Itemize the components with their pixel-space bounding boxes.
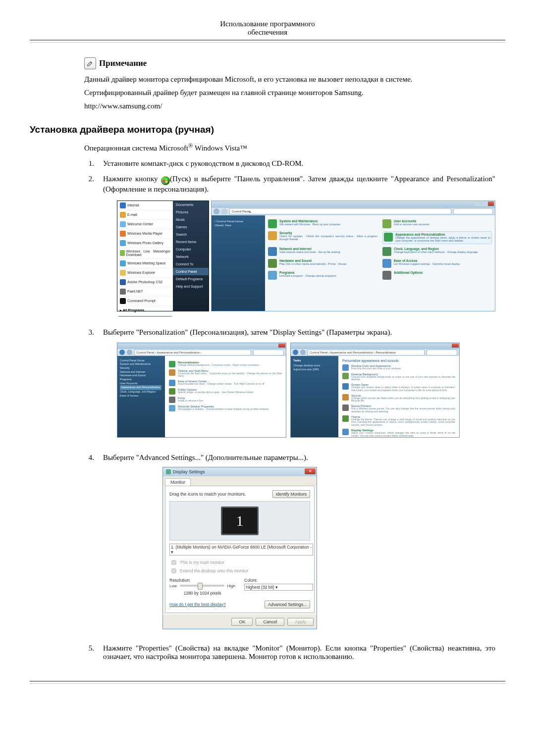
appearance-group[interactable]: Windows Sidebar PropertiesAdd gadgets to… xyxy=(169,405,282,411)
address-field[interactable]: Control Panel › Appearance and Personali… xyxy=(134,350,251,355)
side-nav-item[interactable]: Network and Internet xyxy=(120,370,162,374)
cp-category[interactable]: Ease of AccessLet Windows suggest settin… xyxy=(382,259,492,268)
back-icon[interactable] xyxy=(119,350,125,355)
start-right-item[interactable]: Search xyxy=(173,231,209,238)
start-right-item[interactable]: Music xyxy=(173,216,209,223)
close-icon[interactable] xyxy=(278,344,285,348)
personalization-item[interactable]: SoundsChange which sounds are heard when… xyxy=(342,394,455,403)
back-icon[interactable] xyxy=(214,208,219,214)
side-nav-item[interactable]: System and Maintenance xyxy=(120,362,162,366)
side-nav-item[interactable]: Hardware and Sound xyxy=(120,374,162,378)
cp-side-home[interactable]: Control Panel Home xyxy=(216,220,243,223)
start-right-item[interactable]: Connect To xyxy=(173,260,209,268)
appearance-group[interactable]: FontsInstall or remove a font xyxy=(169,397,282,403)
colors-select[interactable]: Highest (32 bit) ▾ xyxy=(244,584,313,591)
forward-icon[interactable] xyxy=(300,350,306,355)
start-item[interactable]: Windows Photo Gallery xyxy=(117,239,173,248)
start-right-item[interactable]: Control Panel xyxy=(173,268,209,275)
appearance-group[interactable]: PersonalizationChange desktop background… xyxy=(169,361,282,367)
cp-category[interactable]: Additional Options xyxy=(382,271,492,280)
start-right-item[interactable]: Computer xyxy=(173,246,209,253)
search-field[interactable] xyxy=(253,350,284,355)
search-field[interactable] xyxy=(427,350,457,355)
start-item[interactable]: Windows Explorer xyxy=(117,268,173,278)
maximize-icon[interactable] xyxy=(482,202,487,206)
cp-category[interactable]: ProgramsUninstall a program · Change sta… xyxy=(268,271,377,280)
monitor-1-icon[interactable]: 1 xyxy=(221,506,259,535)
start-right-item[interactable]: Recent Items xyxy=(173,238,209,246)
cp-category[interactable]: Appearance and PersonalizationChange the… xyxy=(382,231,492,244)
monitor-select[interactable]: 1. (Multiple Monitors) on NVIDIA GeForce… xyxy=(169,544,313,555)
side-nav-item[interactable]: Security xyxy=(120,366,162,370)
side-nav-item[interactable]: Ease of Access xyxy=(120,394,162,398)
personalization-item[interactable]: Window Color and AppearanceFine tune the… xyxy=(342,364,455,371)
identify-monitors-button[interactable]: Identify Monitors xyxy=(272,490,310,498)
advanced-settings-button[interactable]: Advanced Settings... xyxy=(265,601,310,608)
side-nav-item[interactable]: Appearance and Personalization xyxy=(120,385,162,390)
forward-icon[interactable] xyxy=(127,350,132,355)
samsung-url[interactable]: http://www.samsung.com/ xyxy=(84,102,162,110)
category-icon xyxy=(384,233,393,242)
cp-category[interactable]: SecurityCheck for updates · Check this c… xyxy=(268,231,377,244)
start-right-item[interactable]: Pictures xyxy=(173,208,209,216)
personalization-item[interactable]: Mouse PointersPick a different mouse poi… xyxy=(342,404,455,413)
cp-search-field[interactable] xyxy=(453,208,493,214)
start-item[interactable]: E-mail xyxy=(117,210,173,220)
close-icon[interactable]: ✕ xyxy=(305,468,316,474)
appearance-group[interactable]: Ease of Access CenterAccommodate low vis… xyxy=(169,380,282,386)
start-right-item[interactable]: Games xyxy=(173,223,209,231)
forward-icon[interactable] xyxy=(221,208,227,214)
cp-address-field[interactable]: Control Panel ▸ xyxy=(229,208,451,214)
cancel-button[interactable]: Cancel xyxy=(256,618,284,626)
ok-button[interactable]: OK xyxy=(231,618,253,626)
close-icon[interactable] xyxy=(488,202,494,206)
start-right-item[interactable]: Documents xyxy=(173,201,209,208)
side-nav-item[interactable]: Control Panel Home xyxy=(120,359,162,363)
cp-side-pane: • Control Panel Home Classic View xyxy=(212,215,265,311)
cp-category[interactable]: Clock, Language, and RegionChange keyboa… xyxy=(382,247,492,256)
start-item[interactable]: Command Prompt xyxy=(117,297,173,306)
cp-category[interactable]: Network and InternetView network status … xyxy=(268,247,377,256)
side-nav-item[interactable]: Programs xyxy=(120,378,162,382)
cp-category[interactable]: System and MaintenanceGet started with W… xyxy=(268,219,377,228)
close-icon[interactable] xyxy=(452,344,459,348)
os-line-post: Windows Vista™ xyxy=(193,144,247,152)
appearance-group[interactable]: Folder OptionsSpecify single- or double-… xyxy=(169,388,282,395)
best-display-help-link[interactable]: How do I get the best display? xyxy=(169,602,226,607)
start-item-label: Paint.NET xyxy=(127,290,143,294)
start-item[interactable]: Internet xyxy=(117,201,173,210)
cp-side-classic[interactable]: Classic View xyxy=(214,224,231,227)
personalization-item[interactable]: ThemeChange the theme. Themes can change… xyxy=(342,415,455,427)
back-icon[interactable] xyxy=(293,350,298,355)
start-item[interactable]: Windows Media Player xyxy=(117,229,173,239)
start-item-label: Windows Meeting Space xyxy=(127,261,165,265)
personalization-item[interactable]: Display SettingsAdjust your monitor reso… xyxy=(342,429,455,438)
tab-monitor[interactable]: Monitor xyxy=(165,478,191,486)
task-link[interactable]: Adjust font size (DPI) xyxy=(293,368,336,372)
side-nav-item[interactable]: User Accounts xyxy=(120,382,162,386)
start-search-input[interactable] xyxy=(118,316,172,317)
start-right-item[interactable]: Help and Support xyxy=(173,283,209,290)
start-item[interactable]: Paint.NET xyxy=(117,287,173,297)
appearance-group[interactable]: Taskbar and Start MenuCustomize the Star… xyxy=(169,369,282,378)
resolution-slider[interactable] xyxy=(180,585,224,587)
task-link[interactable]: Change desktop icons xyxy=(293,364,336,368)
side-nav-item[interactable]: Clock, Language, and Region xyxy=(120,390,162,394)
group-icon xyxy=(169,397,175,403)
cp-category[interactable]: User AccountsAdd or remove user accounts xyxy=(382,219,492,228)
header-line1: Использование программного xyxy=(30,20,505,28)
start-item[interactable]: Adobe Photoshop CS2 xyxy=(117,278,173,287)
start-right-item[interactable]: Default Programs xyxy=(173,275,209,283)
monitor-preview[interactable]: 1 xyxy=(169,501,310,541)
start-item[interactable]: Windows Meeting Space xyxy=(117,259,173,268)
personalization-item[interactable]: Desktop BackgroundChoose from available … xyxy=(342,373,455,382)
all-programs[interactable]: ▸ All Programs xyxy=(117,306,173,315)
start-item[interactable]: Windows Live Messenger Download xyxy=(117,248,173,259)
minimize-icon[interactable] xyxy=(475,202,481,206)
personalization-item[interactable]: Screen SaverChange your screen saver or … xyxy=(342,383,455,392)
main-monitor-checkbox: This is my main monitor xyxy=(169,558,310,566)
start-item[interactable]: Welcome Center xyxy=(117,220,173,229)
address-field[interactable]: Control Panel › Appearance and Personali… xyxy=(308,350,425,355)
start-right-item[interactable]: Network xyxy=(173,253,209,260)
cp-category[interactable]: Hardware and SoundPlay CDs or other medi… xyxy=(268,259,377,268)
